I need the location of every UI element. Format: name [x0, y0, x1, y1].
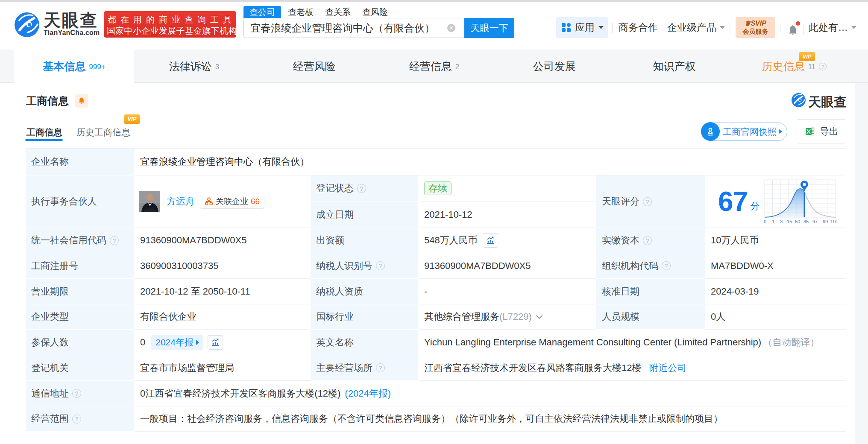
svg-text:3: 3 — [780, 219, 783, 224]
svg-text:1: 1 — [772, 219, 774, 224]
svg-text:15: 15 — [787, 219, 792, 224]
svg-text:50: 50 — [795, 219, 800, 224]
svg-text:99: 99 — [823, 219, 828, 224]
svg-text:85: 85 — [803, 219, 809, 224]
svg-text:0: 0 — [764, 219, 766, 224]
svg-text:100: 100 — [830, 219, 837, 224]
svg-text:97: 97 — [812, 219, 818, 224]
